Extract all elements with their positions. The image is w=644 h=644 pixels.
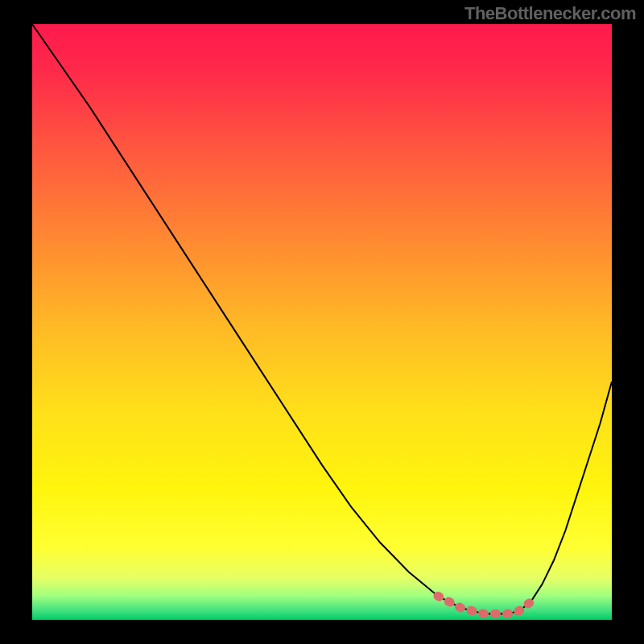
gradient-background [32, 24, 612, 620]
chart-svg [32, 24, 612, 620]
plot-area [32, 24, 612, 620]
chart-container: TheBottlenecker.com [0, 0, 644, 644]
watermark-text: TheBottlenecker.com [464, 3, 636, 24]
